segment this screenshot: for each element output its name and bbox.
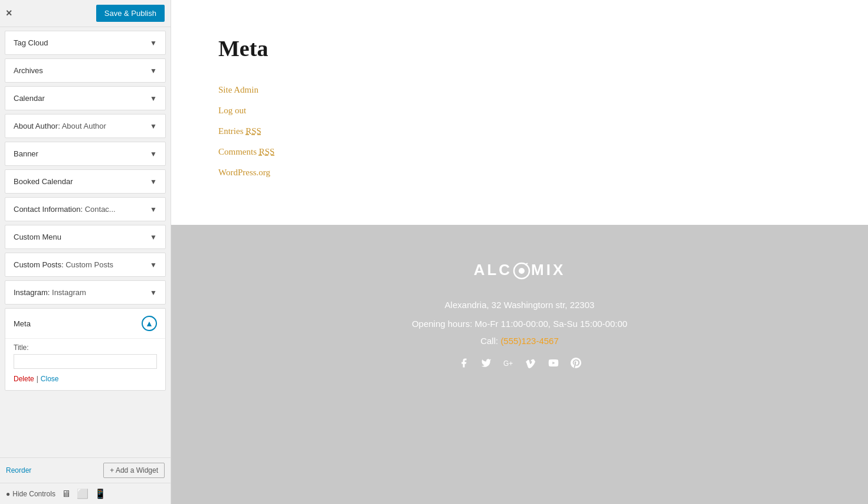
widget-contact-information[interactable]: Contact Information: Contac... ▼ (5, 197, 166, 221)
widget-tag-cloud[interactable]: Tag Cloud ▼ (5, 31, 166, 55)
phone-number: (555)123-4567 (500, 336, 558, 346)
widget-instagram[interactable]: Instagram: Instagram ▼ (5, 280, 166, 305)
collapse-meta-button[interactable]: ▲ (142, 316, 157, 331)
close-button[interactable]: × (6, 7, 12, 19)
call-label: Call: (480, 336, 498, 346)
desktop-view-button[interactable]: 🖥 (60, 487, 72, 500)
mobile-view-button[interactable]: 📱 (93, 487, 107, 500)
youtube-icon[interactable] (548, 358, 559, 371)
logo-text: ALC (474, 261, 512, 279)
widget-banner-label: Banner (14, 149, 38, 158)
footer-hours: Opening hours: Mo-Fr 11:00-00:00, Sa-Su … (183, 317, 856, 331)
pipe-separator: | (37, 375, 38, 383)
rss-label: RSS (245, 126, 261, 136)
vimeo-icon[interactable] (526, 358, 536, 371)
add-widget-label: + Add a Widget (110, 466, 158, 474)
chevron-down-icon: ▼ (150, 122, 157, 130)
top-bar: × Save & Publish (0, 0, 171, 27)
widget-panel: × Save & Publish Tag Cloud ▼ Archives ▼ … (0, 0, 171, 504)
footer-logo: ALC MIX (183, 260, 856, 280)
reorder-link[interactable]: Reorder (6, 466, 31, 474)
svg-point-1 (519, 268, 525, 274)
widget-booked-calendar-label: Booked Calendar (14, 177, 73, 186)
tablet-view-button[interactable]: ⬜ (76, 487, 90, 500)
site-admin-link[interactable]: Site Admin (218, 85, 821, 95)
widget-calendar[interactable]: Calendar ▼ (5, 86, 166, 110)
chevron-down-icon: ▼ (150, 150, 157, 158)
delete-widget-link[interactable]: Delete (14, 375, 34, 383)
entries-rss-link[interactable]: Entries RSS (218, 126, 821, 136)
rss-label-2: RSS (259, 147, 275, 156)
widget-archives-label: Archives (14, 66, 43, 75)
widget-archives[interactable]: Archives ▼ (5, 58, 166, 83)
wordpress-org-link[interactable]: WordPress.org (218, 168, 821, 178)
widget-banner[interactable]: Banner ▼ (5, 142, 166, 166)
footer-phone: Call: (555)123-4567 (183, 336, 856, 346)
chevron-down-icon: ▼ (150, 67, 157, 75)
widget-calendar-label: Calendar (14, 94, 45, 103)
widget-contact-information-label: Contact Information: Contac... (14, 205, 116, 214)
twitter-icon[interactable] (481, 358, 492, 371)
widget-booked-calendar[interactable]: Booked Calendar ▼ (5, 169, 166, 194)
meta-links-list: Site Admin Log out Entries RSS Comments … (218, 85, 821, 178)
widget-custom-posts-label: Custom Posts: Custom Posts (14, 260, 113, 269)
widget-custom-menu[interactable]: Custom Menu ▼ (5, 225, 166, 249)
svg-text:G+: G+ (503, 359, 513, 367)
chevron-down-icon: ▼ (150, 205, 157, 214)
footer-section: ALC MIX Alexandria, 32 Washingtorn str, … (171, 225, 868, 504)
chevron-down-icon: ▼ (150, 289, 157, 297)
widget-meta: Meta ▲ Title: Delete | Close (5, 308, 166, 391)
logo-icon (512, 260, 531, 280)
widget-meta-actions: Delete | Close (14, 375, 157, 383)
widget-meta-body: Title: Delete | Close (5, 338, 165, 390)
widget-meta-header[interactable]: Meta ▲ (5, 309, 165, 338)
chevron-down-icon: ▼ (150, 261, 157, 269)
meta-title-input[interactable] (14, 354, 157, 369)
chevron-down-icon: ▼ (150, 178, 157, 186)
googleplus-icon[interactable]: G+ (503, 358, 514, 371)
widget-about-author-label: About Author: About Author (14, 122, 106, 130)
widget-instagram-label: Instagram: Instagram (14, 288, 86, 297)
footer-social-icons: G+ (183, 358, 856, 371)
pinterest-icon[interactable] (571, 358, 581, 371)
main-content: Meta Site Admin Log out Entries RSS Comm… (171, 0, 868, 504)
widget-about-author[interactable]: About Author: About Author ▼ (5, 114, 166, 138)
facebook-icon[interactable] (458, 358, 469, 371)
save-publish-button[interactable]: Save & Publish (96, 5, 165, 22)
chevron-down-icon: ▼ (150, 94, 157, 103)
hide-controls-bar: ● Hide Controls 🖥 ⬜ 📱 (0, 483, 171, 504)
log-out-link[interactable]: Log out (218, 106, 821, 116)
hide-controls-label: ● Hide Controls (6, 490, 55, 498)
widget-tag-cloud-label: Tag Cloud (14, 38, 48, 47)
chevron-down-icon: ▼ (150, 233, 157, 241)
close-widget-link[interactable]: Close (41, 375, 59, 383)
footer-address: Alexandria, 32 Washingtorn str, 22303 (183, 298, 856, 312)
comments-rss-link[interactable]: Comments RSS (218, 147, 821, 157)
logo-rest: MIX (531, 261, 565, 279)
widget-custom-menu-label: Custom Menu (14, 233, 61, 241)
meta-preview-section: Meta Site Admin Log out Entries RSS Comm… (171, 0, 868, 225)
add-widget-button[interactable]: + Add a Widget (103, 463, 165, 478)
widget-list: Tag Cloud ▼ Archives ▼ Calendar ▼ About … (0, 27, 171, 457)
chevron-down-icon: ▼ (150, 39, 157, 47)
widget-custom-posts[interactable]: Custom Posts: Custom Posts ▼ (5, 253, 166, 277)
meta-section-title: Meta (218, 35, 821, 61)
view-icons-group: 🖥 ⬜ 📱 (60, 487, 107, 500)
eye-icon: ● (6, 490, 10, 498)
bottom-bar: Reorder + Add a Widget (0, 457, 171, 483)
widget-meta-label: Meta (14, 319, 31, 328)
title-field-label: Title: (14, 343, 157, 352)
